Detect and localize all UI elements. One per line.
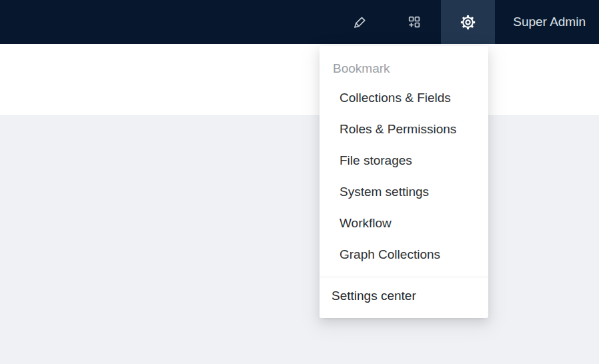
- user-name-label: Super Admin: [513, 15, 586, 29]
- page-content-background: [0, 116, 599, 364]
- user-menu-button[interactable]: Super Admin: [495, 0, 599, 44]
- highlight-icon: [352, 15, 368, 30]
- top-navbar: Super Admin: [0, 0, 599, 44]
- menu-item-collections-fields[interactable]: Collections & Fields: [320, 82, 488, 113]
- settings-menu-button[interactable]: [441, 0, 495, 44]
- gear-icon: [460, 14, 476, 31]
- page-header-band: [0, 44, 599, 116]
- menu-item-roles-permissions[interactable]: Roles & Permissions: [320, 113, 488, 145]
- menu-item-graph-collections[interactable]: Graph Collections: [320, 239, 488, 270]
- menu-group-label: Bookmark: [320, 55, 488, 82]
- menu-item-workflow[interactable]: Workflow: [320, 207, 488, 239]
- blocks-add-icon: [407, 15, 422, 29]
- plugins-button[interactable]: [387, 0, 441, 44]
- menu-item-system-settings[interactable]: System settings: [320, 176, 488, 207]
- settings-dropdown-menu: Bookmark Collections & Fields Roles & Pe…: [320, 46, 488, 318]
- menu-item-file-storages[interactable]: File storages: [320, 145, 488, 176]
- ui-editor-button[interactable]: [333, 0, 387, 44]
- menu-item-settings-center[interactable]: Settings center: [320, 277, 488, 315]
